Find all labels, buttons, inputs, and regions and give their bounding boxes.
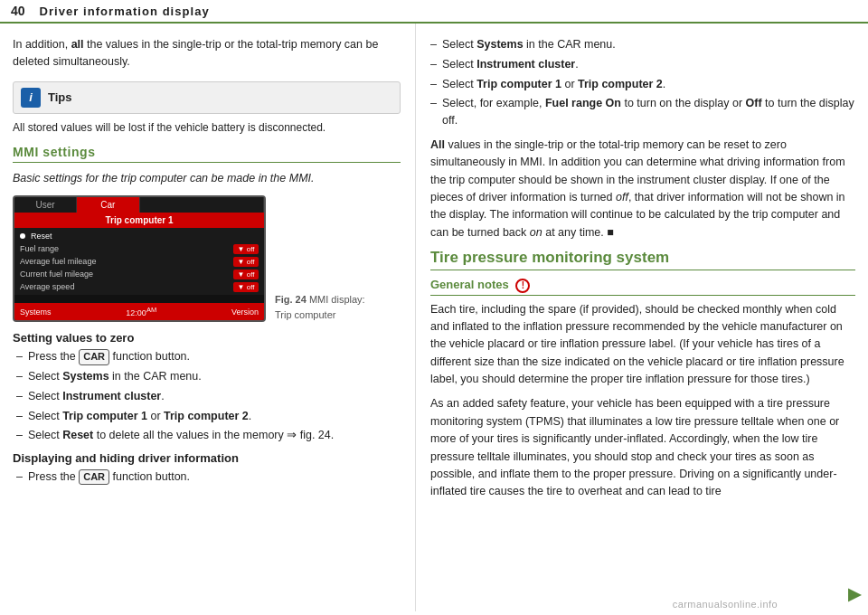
mmi-display-container: User Car Trip computer 1 Reset Fuel rang… xyxy=(13,195,401,322)
left-column: In addition, all the values in the singl… xyxy=(0,24,416,611)
mmi-dot xyxy=(20,233,25,239)
mmi-tab-user: User xyxy=(14,197,77,213)
bullet-dash: – xyxy=(16,348,23,365)
systems-bold-r: Systems xyxy=(476,38,523,51)
displaying-heading: Displaying and hiding driver information xyxy=(13,451,401,465)
page-number: 40 xyxy=(11,4,25,18)
right-systems-list: – Select Systems in the CAR menu. – Sele… xyxy=(430,36,855,129)
intro-text: In addition, all the values in the singl… xyxy=(13,36,401,71)
list-item: – Select Systems in the CAR menu. xyxy=(13,368,401,385)
item-text: Press the CAR function button. xyxy=(28,468,190,486)
list-item: – Select Instrument cluster. xyxy=(13,388,401,405)
mmi-reset-label: Reset xyxy=(31,232,52,241)
trip1-bold-r: Trip computer 1 xyxy=(476,78,561,90)
content-area: In addition, all the values in the singl… xyxy=(0,24,868,611)
tips-text: All stored values will be lost if the ve… xyxy=(13,119,401,136)
mmi-fuel-range-value: ▼ off xyxy=(233,244,259,254)
general-notes-heading: General notes ! xyxy=(430,278,855,296)
bullet-dash: – xyxy=(430,95,437,112)
fuel-range-on-bold: Fuel range On xyxy=(545,97,621,109)
on-italic: on xyxy=(530,226,542,239)
off-bold: Off xyxy=(746,97,762,109)
mmi-row-curr-fuel: Current fuel mileage ▼ off xyxy=(20,268,259,280)
general-notes-text: General notes xyxy=(430,278,509,291)
page-title: Driver information display xyxy=(40,5,210,18)
item-text: Select Instrument cluster. xyxy=(442,56,579,73)
mmi-trip-header: Trip computer 1 xyxy=(14,213,264,228)
mmi-footer: Systems 12:00AM Version xyxy=(14,303,264,320)
mmi-caption: Fig. 24 MMI display: Trip computer xyxy=(275,292,365,322)
mmi-tab-spacer xyxy=(140,197,265,213)
page-header: 40 Driver information display xyxy=(0,0,868,24)
item-text: Select Instrument cluster. xyxy=(28,388,165,405)
instrument-bold-r: Instrument cluster xyxy=(476,58,575,71)
off-italic: off xyxy=(616,191,628,203)
bullet-dash: – xyxy=(16,368,23,385)
mmi-avg-speed-label: Average speed xyxy=(20,282,74,291)
setting-values-heading: Setting values to zero xyxy=(13,331,401,345)
all-bold: All xyxy=(430,138,445,151)
mmi-tab-car: Car xyxy=(77,197,139,213)
tire-heading-text: Tire pressure monitoring system xyxy=(430,249,669,266)
list-item: – Select Instrument cluster. xyxy=(430,56,855,73)
list-item: – Select Systems in the CAR menu. xyxy=(430,36,855,53)
bullet-dash: – xyxy=(16,408,23,425)
mmi-row-avg-speed: Average speed ▼ off xyxy=(20,280,259,293)
tips-box: i Tips xyxy=(13,81,401,114)
bullet-dash: – xyxy=(430,56,437,73)
item-text: Select Systems in the CAR menu. xyxy=(28,368,202,385)
mmi-footer-systems: Systems xyxy=(20,308,52,317)
reset-bold: Reset xyxy=(62,429,93,441)
mmi-footer-time: 12:00AM xyxy=(126,306,156,317)
mmi-settings-heading: MMI settings xyxy=(13,145,401,163)
mmi-italic-intro: Basic settings for the trip computer can… xyxy=(13,170,401,187)
item-text: Select Reset to delete all the values in… xyxy=(28,427,334,444)
displaying-list: – Press the CAR function button. xyxy=(13,468,401,486)
trip2-bold-r: Trip computer 2 xyxy=(578,78,663,90)
item-text: Press the CAR function button. xyxy=(28,348,190,365)
list-item: – Press the CAR function button. xyxy=(13,468,401,486)
bullet-dash: – xyxy=(430,36,437,53)
mmi-caption-fig: Fig. 24 xyxy=(275,294,307,305)
mmi-row-avg-fuel: Average fuel mileage ▼ off xyxy=(20,255,259,268)
item-text: Select Trip computer 1 or Trip computer … xyxy=(442,76,665,93)
mmi-avg-speed-value: ▼ off xyxy=(233,282,259,292)
item-text: Select Trip computer 1 or Trip computer … xyxy=(28,408,251,425)
mmi-curr-fuel-value: ▼ off xyxy=(233,270,259,279)
mmi-fuel-range-label: Fuel range xyxy=(20,244,59,253)
mmi-avg-fuel-label: Average fuel mileage xyxy=(20,257,96,266)
all-values-para: All values in the single-trip or the tot… xyxy=(430,137,855,241)
intro-bold: all xyxy=(71,38,84,51)
setting-values-list: – Press the CAR function button. – Selec… xyxy=(13,348,401,444)
trip1-bold: Trip computer 1 xyxy=(62,410,147,422)
mmi-curr-fuel-label: Current fuel mileage xyxy=(20,270,93,279)
mmi-avg-fuel-value: ▼ off xyxy=(233,257,259,267)
list-item: – Select, for example, Fuel range On to … xyxy=(430,95,855,129)
list-item: – Select Trip computer 1 or Trip compute… xyxy=(13,408,401,425)
tips-label: Tips xyxy=(48,88,72,108)
mmi-row-fuel-range: Fuel range ▼ off xyxy=(20,242,259,255)
systems-bold: Systems xyxy=(62,370,108,383)
list-item: – Select Trip computer 1 or Trip compute… xyxy=(430,76,855,93)
mmi-screen: User Car Trip computer 1 Reset Fuel rang… xyxy=(13,195,266,322)
list-item: – Select Reset to delete all the values … xyxy=(13,427,401,444)
info-icon: i xyxy=(21,88,41,108)
bullet-dash: – xyxy=(16,388,23,405)
tire-section-heading: Tire pressure monitoring system xyxy=(430,249,855,270)
mmi-footer-version: Version xyxy=(231,308,259,317)
mmi-reset-row: Reset xyxy=(20,230,259,242)
car-button-2: CAR xyxy=(79,469,109,485)
mmi-caption-sub: Trip computer xyxy=(275,309,335,320)
instrument-bold: Instrument cluster xyxy=(62,390,161,402)
car-button-1: CAR xyxy=(79,349,109,364)
item-text: Select, for example, Fuel range On to tu… xyxy=(442,95,855,129)
bullet-dash: – xyxy=(16,427,23,444)
tire-para-2: As an added safety feature, your vehicle… xyxy=(430,395,855,500)
list-item: – Press the CAR function button. xyxy=(13,348,401,365)
watermark: carmanualsonline.info xyxy=(673,599,778,610)
right-column: – Select Systems in the CAR menu. – Sele… xyxy=(416,24,868,611)
item-text: Select Systems in the CAR menu. xyxy=(442,36,616,53)
bullet-dash: – xyxy=(430,76,437,93)
warning-icon: ! xyxy=(515,279,530,293)
mmi-tab-row: User Car xyxy=(14,197,264,213)
